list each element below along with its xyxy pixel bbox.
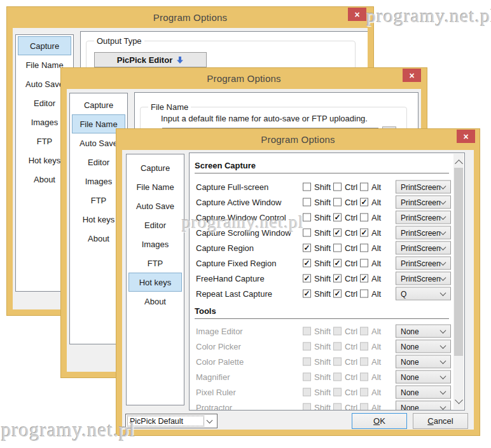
ctrl-label: Ctrl: [345, 403, 357, 411]
sidebar-item-editor[interactable]: Editor: [128, 215, 182, 234]
alt-checkbox[interactable]: [360, 327, 368, 336]
sidebar-item-capture[interactable]: Capture: [72, 95, 125, 114]
close-button[interactable]: ×: [403, 69, 421, 82]
ctrl-checkbox[interactable]: [333, 358, 342, 366]
chevron-down-icon: [440, 244, 446, 250]
ctrl-label: Ctrl: [345, 228, 357, 238]
hotkey-key-dropdown[interactable]: PrintScreen: [396, 211, 451, 224]
ctrl-checkbox[interactable]: [333, 290, 342, 298]
hotkey-key-dropdown[interactable]: PrintScreen: [396, 272, 451, 285]
alt-label: Alt: [371, 403, 381, 411]
chevron-down-icon: [440, 198, 446, 205]
sidebar-item-about[interactable]: About: [128, 292, 182, 311]
close-button[interactable]: ×: [348, 8, 366, 21]
ctrl-checkbox[interactable]: [333, 275, 342, 283]
alt-checkbox[interactable]: [360, 214, 368, 222]
alt-checkbox[interactable]: [360, 183, 368, 191]
preset-dropdown[interactable]: PicPick Default: [125, 414, 218, 428]
hotkey-key-dropdown[interactable]: None: [396, 340, 451, 353]
window-titlebar[interactable]: Program Options: [116, 129, 480, 150]
ctrl-checkbox[interactable]: [333, 404, 342, 411]
ctrl-label: Ctrl: [345, 213, 357, 222]
hotkey-action-label: Capture Fixed Region: [196, 259, 276, 268]
hotkey-key-dropdown[interactable]: PrintScreen: [396, 257, 451, 270]
hotkey-key-value: PrintScreen: [396, 228, 441, 237]
shift-checkbox[interactable]: [303, 183, 311, 191]
hotkey-key-dropdown[interactable]: None: [396, 370, 451, 384]
sidebar-item-hot-keys[interactable]: Hot keys: [128, 273, 182, 292]
alt-label: Alt: [371, 372, 381, 382]
sidebar-item-file-name[interactable]: File Name: [128, 177, 182, 196]
section-header-tools: Tools: [195, 306, 216, 316]
ctrl-checkbox[interactable]: [333, 183, 342, 191]
shift-checkbox[interactable]: [303, 198, 311, 207]
alt-checkbox[interactable]: [360, 373, 368, 381]
ctrl-checkbox[interactable]: [333, 388, 342, 397]
ctrl-checkbox[interactable]: [333, 214, 342, 222]
alt-checkbox[interactable]: [360, 198, 368, 207]
hotkey-row: Pixel Ruler Shift Ctrl Alt None: [190, 384, 452, 400]
hotkey-key-value: None: [396, 403, 441, 411]
sidebar-item-auto-save[interactable]: Auto Save: [128, 196, 182, 215]
hotkey-key-dropdown[interactable]: None: [396, 401, 451, 411]
shift-checkbox[interactable]: [303, 388, 311, 397]
ok-button[interactable]: OK: [352, 413, 407, 429]
shift-checkbox[interactable]: [303, 343, 311, 351]
alt-checkbox[interactable]: [360, 290, 368, 298]
shift-label: Shift: [314, 274, 331, 283]
sidebar-item-images[interactable]: Images: [128, 234, 182, 254]
sidebar-item-capture[interactable]: Capture: [128, 158, 182, 177]
hotkey-key-dropdown[interactable]: PrintScreen: [396, 180, 451, 194]
ctrl-checkbox[interactable]: [333, 244, 342, 252]
alt-checkbox[interactable]: [360, 388, 368, 397]
sidebar-item-ftp[interactable]: FTP: [128, 254, 182, 273]
ctrl-label: Ctrl: [345, 342, 357, 351]
alt-checkbox[interactable]: [360, 358, 368, 366]
hotkey-key-value: None: [396, 357, 441, 366]
hotkey-key-dropdown[interactable]: PrintScreen: [396, 241, 451, 255]
hotkey-key-dropdown[interactable]: None: [396, 325, 451, 338]
ctrl-label: Ctrl: [345, 198, 357, 207]
shift-checkbox[interactable]: [303, 290, 311, 298]
ctrl-label: Ctrl: [345, 388, 357, 397]
window-titlebar[interactable]: Program Options: [7, 7, 373, 28]
hotkey-key-dropdown[interactable]: Q: [396, 287, 451, 301]
ctrl-checkbox[interactable]: [333, 373, 342, 381]
shift-checkbox[interactable]: [303, 404, 311, 411]
scroll-down-icon[interactable]: [455, 396, 463, 404]
alt-checkbox[interactable]: [360, 259, 368, 268]
sidebar-item-capture[interactable]: Capture: [18, 36, 71, 55]
hotkey-key-dropdown[interactable]: PrintScreen: [396, 196, 451, 209]
scrollbar-thumb[interactable]: [454, 168, 463, 356]
alt-checkbox[interactable]: [360, 275, 368, 283]
hotkey-key-dropdown[interactable]: None: [396, 386, 451, 399]
ctrl-checkbox[interactable]: [333, 229, 342, 237]
alt-label: Alt: [371, 228, 381, 238]
alt-checkbox[interactable]: [360, 404, 368, 411]
alt-label: Alt: [371, 342, 381, 351]
hotkey-row: Capture Active Window Shift Ctrl Alt Pri…: [190, 194, 452, 210]
shift-checkbox[interactable]: [303, 327, 311, 336]
shift-checkbox[interactable]: [303, 373, 311, 381]
hotkey-row: FreeHand Capture Shift Ctrl Alt PrintScr…: [190, 271, 452, 286]
window-titlebar[interactable]: Program Options: [61, 68, 427, 89]
ctrl-label: Ctrl: [345, 259, 357, 268]
shift-checkbox[interactable]: [303, 358, 311, 366]
close-button[interactable]: ×: [457, 130, 475, 143]
shift-checkbox[interactable]: [303, 259, 311, 268]
vertical-scrollbar[interactable]: [453, 154, 464, 409]
cancel-button[interactable]: Cancel: [413, 413, 468, 429]
ctrl-checkbox[interactable]: [333, 343, 342, 351]
shift-checkbox[interactable]: [303, 275, 311, 283]
hotkey-key-dropdown[interactable]: None: [396, 355, 451, 369]
ctrl-checkbox[interactable]: [333, 327, 342, 336]
ctrl-checkbox[interactable]: [333, 198, 342, 207]
scroll-up-icon[interactable]: [455, 160, 463, 168]
output-type-button[interactable]: PicPick Editor: [94, 52, 207, 67]
alt-checkbox[interactable]: [360, 343, 368, 351]
shift-checkbox[interactable]: [303, 244, 311, 252]
hotkey-key-dropdown[interactable]: PrintScreen: [396, 226, 451, 240]
alt-checkbox[interactable]: [360, 229, 368, 237]
ctrl-checkbox[interactable]: [333, 259, 342, 268]
alt-checkbox[interactable]: [360, 244, 368, 252]
